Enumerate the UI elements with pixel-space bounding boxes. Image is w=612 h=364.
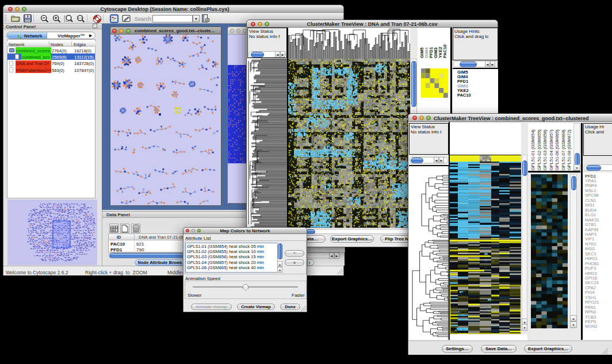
svg-text:1:1: 1:1 — [78, 16, 82, 20]
